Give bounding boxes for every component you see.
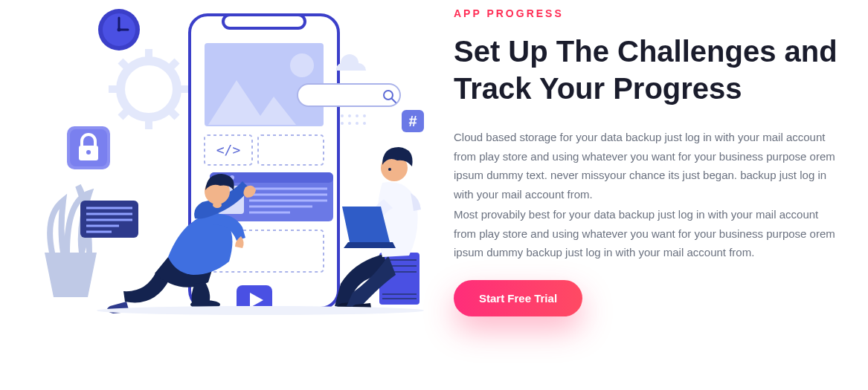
svg-text:</>: </> [216,142,241,157]
svg-point-53 [348,122,351,125]
svg-point-13 [118,28,121,32]
svg-point-27 [290,53,314,77]
svg-point-51 [363,114,366,117]
svg-point-50 [356,114,359,117]
section-paragraph-2: Most provabily best for your data backup… [454,205,838,262]
section-headline: Set Up The Challenges and Track Your Pro… [454,33,838,107]
search-bar [298,84,400,106]
svg-point-67 [388,168,391,171]
gear-icon [109,49,189,129]
svg-line-8 [170,110,177,117]
svg-point-49 [348,114,351,117]
person-right [335,147,421,313]
svg-point-68 [97,306,424,315]
svg-rect-25 [223,15,305,28]
hero-illustration: </> [22,7,439,327]
svg-point-55 [363,122,366,125]
svg-point-52 [341,122,344,125]
hash-icon: # [402,110,424,132]
decoration-dots [341,114,366,125]
svg-point-17 [86,150,91,155]
section-paragraph-1: Cloud based storage for your data backup… [454,128,838,204]
svg-point-59 [213,202,222,208]
svg-line-6 [170,61,177,68]
svg-text:#: # [408,113,417,129]
svg-point-54 [356,122,359,125]
clock-icon [98,9,140,51]
data-card-icon [80,201,138,238]
svg-rect-30 [258,135,324,165]
svg-point-48 [341,114,344,117]
svg-line-5 [120,61,128,68]
lock-icon [67,126,110,169]
cloud-icon [336,54,366,71]
svg-rect-43 [298,84,400,106]
svg-line-7 [120,110,128,117]
start-free-trial-button[interactable]: Start Free Trial [454,280,582,316]
eyebrow-label: APP PROGRESS [454,7,838,19]
svg-point-0 [120,61,177,117]
